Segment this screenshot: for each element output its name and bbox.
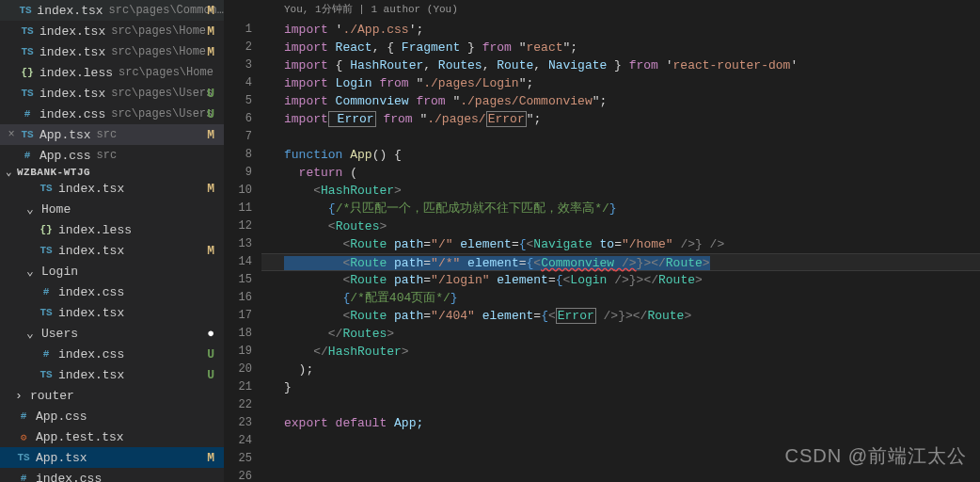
file-icon: # [15, 410, 32, 422]
file-status: M [207, 24, 214, 39]
code-line: import React, { Fragment } from "react"; [261, 39, 980, 56]
file-status: U [207, 107, 214, 121]
code-line: {/*配置404页面*/} [261, 289, 980, 307]
item-name: App.test.tsx [36, 430, 124, 444]
code-line: import { HashRouter, Routes, Route, Navi… [261, 56, 980, 74]
line-number: 4 [224, 74, 261, 92]
line-number: 1 [224, 21, 261, 39]
file-item[interactable]: #App.css [0, 406, 224, 426]
editor[interactable]: You, 1分钟前 | 1 author (You) 1234567891011… [224, 0, 980, 482]
file-name: index.tsx [40, 24, 105, 39]
chevron-icon: ⌄ [26, 201, 38, 217]
code-line [261, 450, 980, 468]
file-icon: # [19, 108, 36, 120]
line-number: 10 [224, 182, 261, 200]
open-editor-item[interactable]: TSindex.tsxsrc\pages\HomeM [0, 41, 224, 62]
file-name: index.less [40, 66, 113, 80]
chevron-down-icon: ⌄ [6, 166, 17, 178]
close-icon[interactable] [4, 65, 19, 80]
file-icon: TS [15, 452, 32, 463]
file-icon: TS [19, 46, 36, 57]
explorer-section[interactable]: ⌄ WZBANK-WTJG [0, 166, 224, 178]
file-icon: TS [38, 369, 55, 380]
open-editor-item[interactable]: TSindex.tsxsrc\pages\HomeM [0, 21, 224, 41]
file-icon: TS [19, 88, 36, 99]
close-icon[interactable]: × [4, 127, 19, 142]
code-line: function App() { [261, 146, 980, 164]
file-path: src\pages\Users [111, 107, 213, 120]
file-status: M [207, 128, 214, 142]
sidebar: TSindex.tsxsrc\pages\Common…MTSindex.tsx… [0, 0, 224, 482]
file-status: U [207, 87, 214, 101]
file-icon: {} [19, 67, 36, 78]
code-line: import Login from "./pages/Login"; [261, 74, 980, 92]
code-line: } [261, 378, 980, 396]
line-number: 9 [224, 164, 261, 182]
folder-item[interactable]: ⌄Login [0, 261, 224, 281]
file-item[interactable]: ⚙App.test.tsx [0, 426, 224, 447]
code-line: <Route path="/" element={<Navigate to="/… [261, 235, 980, 253]
close-icon[interactable] [4, 148, 19, 163]
file-item[interactable]: TSindex.tsxM [0, 240, 224, 261]
file-item[interactable]: #index.cssU [0, 344, 224, 364]
file-item[interactable]: TSindex.tsx [0, 302, 224, 323]
open-editor-item[interactable]: {}index.lesssrc\pages\Home [0, 62, 224, 83]
file-name: App.css [40, 149, 91, 163]
line-number: 8 [224, 146, 261, 164]
close-icon[interactable] [4, 86, 19, 101]
close-icon[interactable] [4, 106, 19, 121]
item-status: M [207, 451, 214, 465]
file-path: src\pages\Home [111, 24, 206, 38]
open-editor-item[interactable]: #App.csssrc [0, 145, 224, 166]
file-item[interactable]: TSApp.tsxM [0, 447, 224, 468]
folder-item[interactable]: ›router [0, 385, 224, 406]
code-line: <HashRouter> [261, 182, 980, 200]
close-icon[interactable] [4, 24, 19, 39]
code-line: export default App; [261, 414, 980, 432]
file-item[interactable]: TSindex.tsxM [0, 178, 224, 199]
file-path: src [97, 128, 118, 141]
file-icon: ⚙ [15, 431, 32, 443]
file-tree: TSindex.tsxM⌄Home{}index.lessTSindex.tsx… [0, 178, 224, 482]
file-icon: TS [18, 5, 34, 16]
open-editor-item[interactable]: TSindex.tsxsrc\pages\UsersU [0, 83, 224, 104]
line-number: 12 [224, 217, 261, 235]
file-status: M [207, 45, 214, 59]
folder-item[interactable]: ⌄Home [0, 199, 224, 219]
open-editors: TSindex.tsxsrc\pages\Common…MTSindex.tsx… [0, 0, 224, 166]
line-number: 21 [224, 378, 261, 396]
code-line: <Route path="/login" element={<Login />}… [261, 271, 980, 289]
file-icon: TS [19, 129, 36, 140]
folder-item[interactable]: ⌄Users● [0, 323, 224, 344]
line-number: 13 [224, 235, 261, 253]
code-line: <Route path="/404" element={<Error />}><… [261, 307, 980, 325]
file-item[interactable]: TSindex.tsxU [0, 364, 224, 385]
file-item[interactable]: {}index.less [0, 219, 224, 240]
close-icon[interactable] [4, 44, 19, 59]
line-number: 6 [224, 110, 261, 128]
line-number: 22 [224, 396, 261, 414]
chevron-icon: › [15, 389, 26, 403]
line-number: 2 [224, 39, 261, 56]
item-status: ● [207, 327, 214, 341]
item-status: U [207, 368, 214, 382]
line-number: 24 [224, 432, 261, 450]
open-editor-item[interactable]: ×TSApp.tsxsrcM [0, 124, 224, 145]
file-item[interactable]: #index.css [0, 281, 224, 302]
item-name: index.tsx [58, 244, 124, 258]
file-name: index.tsx [40, 45, 105, 59]
item-name: index.css [58, 285, 124, 299]
file-icon: TS [38, 245, 55, 256]
code-line [261, 128, 980, 146]
file-icon: TS [38, 307, 55, 318]
code-area[interactable]: import './App.css'; import React, { Frag… [261, 21, 980, 482]
item-name: Login [41, 265, 78, 279]
open-editor-item[interactable]: #index.csssrc\pages\UsersU [0, 104, 224, 124]
line-number: 7 [224, 128, 261, 146]
close-icon[interactable] [4, 3, 18, 18]
codelens[interactable]: You, 1分钟前 | 1 author (You) [284, 2, 458, 16]
open-editor-item[interactable]: TSindex.tsxsrc\pages\Common…M [0, 0, 224, 21]
item-status: U [207, 347, 214, 362]
code-line: return ( [261, 164, 980, 182]
file-item[interactable]: #index.css [0, 468, 224, 482]
